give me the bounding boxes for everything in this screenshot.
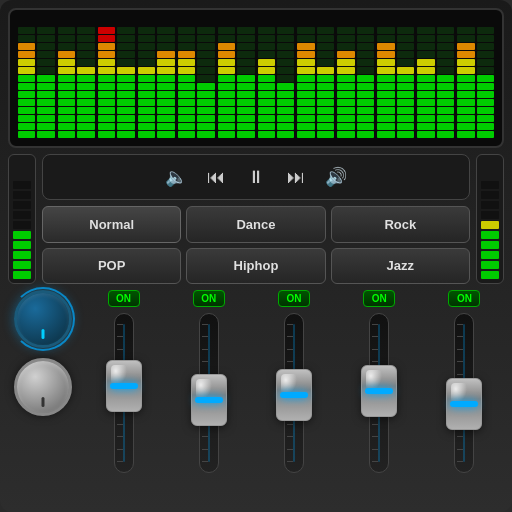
app-container: 🔈 ⏮ ⏸ ⏭ 🔊 NormalDanceRockPOPHiphopJazz [0,0,512,512]
on-toggle-ch4[interactable]: ON [363,290,395,307]
eq-bar-group-2 [98,27,135,138]
eq-bar-group-7 [297,27,334,138]
treble-knob[interactable] [14,358,72,416]
fader-channel-ch4: ON [340,290,419,473]
preset-grid: NormalDanceRockPOPHiphopJazz [42,206,470,284]
preset-btn-jazz[interactable]: Jazz [331,248,470,285]
fader-track-ch5[interactable] [454,313,474,473]
knobs-column [8,290,78,416]
eq-bar-group-10 [417,27,454,138]
preset-btn-hiphop[interactable]: Hiphop [186,248,325,285]
prev-button[interactable]: ⏮ [202,163,230,191]
fader-handle-ch1[interactable] [106,360,142,412]
eq-bar-group-5 [218,27,255,138]
fader-handle-shine [196,379,212,399]
fader-channels: ONONONONON [84,290,504,473]
eq-bar-group-4 [178,27,215,138]
fader-handle-shine [111,365,127,385]
on-toggle-ch3[interactable]: ON [278,290,310,307]
fader-track-ch2[interactable] [199,313,219,473]
on-toggle-ch2[interactable]: ON [193,290,225,307]
center-controls: 🔈 ⏮ ⏸ ⏭ 🔊 NormalDanceRockPOPHiphopJazz [42,154,470,284]
eq-bar-group-0 [18,27,55,138]
fader-track-ch4[interactable] [369,313,389,473]
on-toggle-ch1[interactable]: ON [108,290,140,307]
fader-handle-ch3[interactable] [276,369,312,421]
preset-btn-normal[interactable]: Normal [42,206,181,243]
eq-bar-group-1 [58,27,95,138]
fader-channel-ch5: ON [425,290,504,473]
preset-btn-rock[interactable]: Rock [331,206,470,243]
fader-handle-ch5[interactable] [446,378,482,430]
volume-down-button[interactable]: 🔈 [162,163,190,191]
fader-channel-ch3: ON [254,290,333,473]
fader-track-ch1[interactable] [114,313,134,473]
transport-bar: 🔈 ⏮ ⏸ ⏭ 🔊 [42,154,470,200]
pause-button[interactable]: ⏸ [242,163,270,191]
knob-indicator-silver [42,397,45,407]
volume-bar-right [476,154,504,284]
eq-bar-group-6 [258,27,295,138]
fader-channel-ch2: ON [169,290,248,473]
middle-section: 🔈 ⏮ ⏸ ⏭ 🔊 NormalDanceRockPOPHiphopJazz [8,154,504,284]
preset-btn-dance[interactable]: Dance [186,206,325,243]
next-button[interactable]: ⏭ [282,163,310,191]
fader-handle-ch2[interactable] [191,374,227,426]
eq-bar-group-11 [457,27,494,138]
fader-handle-ch4[interactable] [361,365,397,417]
knob-indicator [42,329,45,339]
fader-handle-shine [281,374,297,394]
eq-bar-group-8 [337,27,374,138]
fader-track-ch3[interactable] [284,313,304,473]
on-toggle-ch5[interactable]: ON [448,290,480,307]
fader-channel-ch1: ON [84,290,163,473]
eq-display [8,8,504,148]
volume-bar-left [8,154,36,284]
volume-up-button[interactable]: 🔊 [322,163,350,191]
knob-ring [11,287,75,351]
eq-bar-group-9 [377,27,414,138]
preset-btn-pop[interactable]: POP [42,248,181,285]
mixer-section: ONONONONON [8,290,504,504]
bass-knob[interactable] [14,290,72,348]
fader-handle-shine [451,383,467,403]
fader-handle-shine [366,370,382,390]
eq-bar-group-3 [138,27,175,138]
